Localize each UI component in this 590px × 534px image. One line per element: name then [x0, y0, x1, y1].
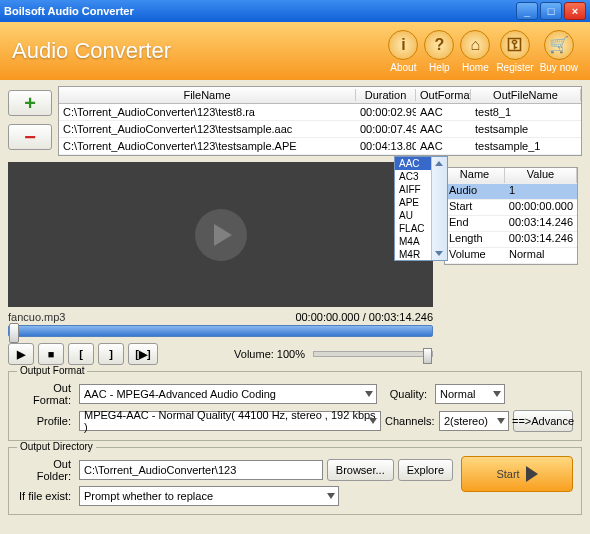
titlebar[interactable]: Boilsoft Audio Converter _ □ ×: [0, 0, 590, 22]
key-icon: ⚿: [500, 30, 530, 60]
add-file-button[interactable]: +: [8, 90, 52, 116]
seek-slider[interactable]: [8, 325, 433, 337]
properties-header: NameValue: [445, 168, 577, 184]
out-folder-input[interactable]: C:\Torrent_AudioConverter\123: [79, 460, 323, 480]
table-row[interactable]: C:\Torrent_AudioConverter\123\testsample…: [59, 121, 581, 138]
output-directory-group: Output Directory Out Folder: C:\Torrent_…: [8, 447, 582, 515]
close-button[interactable]: ×: [564, 2, 586, 20]
preview-area: [8, 162, 433, 307]
play-icon[interactable]: [195, 209, 247, 261]
help-button[interactable]: ?Help: [424, 30, 454, 73]
play-button[interactable]: ▶: [8, 343, 34, 365]
table-row[interactable]: C:\Torrent_AudioConverter\123\test8.ra00…: [59, 104, 581, 121]
properties-table[interactable]: NameValue Audio1 Start00:00:00.000 End00…: [444, 167, 578, 265]
explore-button[interactable]: Explore: [398, 459, 453, 481]
out-format-combo[interactable]: AAC - MPEG4-Advanced Audio Coding: [79, 384, 377, 404]
stop-button[interactable]: ■: [38, 343, 64, 365]
property-row[interactable]: Length00:03:14.246: [445, 232, 577, 248]
window-title: Boilsoft Audio Converter: [4, 5, 134, 17]
buynow-button[interactable]: 🛒Buy now: [540, 30, 578, 73]
start-button[interactable]: Start: [461, 456, 573, 492]
info-icon: i: [388, 30, 418, 60]
dropdown-scrollbar[interactable]: [431, 157, 447, 260]
table-header: FileName Duration OutFormat OutFileName: [59, 87, 581, 104]
property-row[interactable]: Audio1: [445, 184, 577, 200]
remove-file-button[interactable]: −: [8, 124, 52, 150]
table-row[interactable]: C:\video1\zj.files\mp3\fancuo.mp300:03:1…: [59, 155, 581, 156]
preview-time: 00:00:00.000 / 00:03:14.246: [295, 311, 433, 323]
app-title: Audio Converter: [12, 38, 382, 64]
mark-in-button[interactable]: [: [68, 343, 94, 365]
property-row[interactable]: Start00:00:00.000: [445, 200, 577, 216]
preview-filename: fancuo.mp3: [8, 311, 295, 323]
header: Audio Converter iAbout ?Help ⌂Home ⚿Regi…: [0, 22, 590, 80]
file-table[interactable]: FileName Duration OutFormat OutFileName …: [58, 86, 582, 156]
if-file-exist-combo[interactable]: Prompt whether to replace: [79, 486, 339, 506]
quality-combo[interactable]: Normal: [435, 384, 505, 404]
about-button[interactable]: iAbout: [388, 30, 418, 73]
minimize-button[interactable]: _: [516, 2, 538, 20]
output-format-group: Output Format Out Format: AAC - MPEG4-Ad…: [8, 371, 582, 441]
home-button[interactable]: ⌂Home: [460, 30, 490, 73]
table-row[interactable]: C:\Torrent_AudioConverter\123\testsample…: [59, 138, 581, 155]
property-row[interactable]: End00:03:14.246: [445, 216, 577, 232]
property-row[interactable]: VolumeNormal: [445, 248, 577, 264]
channels-combo[interactable]: 2(stereo): [439, 411, 509, 431]
mark-out-button[interactable]: ]: [98, 343, 124, 365]
advance-button[interactable]: ==>Advance: [513, 410, 573, 432]
cart-icon: 🛒: [544, 30, 574, 60]
register-button[interactable]: ⚿Register: [496, 30, 533, 73]
range-button[interactable]: [▶]: [128, 343, 158, 365]
volume-label: Volume: 100%: [234, 348, 305, 360]
volume-slider[interactable]: [313, 351, 433, 357]
help-icon: ?: [424, 30, 454, 60]
outformat-dropdown[interactable]: AAC AC3 AIFF APE AU FLAC M4A M4R MKA MP2: [394, 156, 448, 261]
profile-combo[interactable]: MPEG4-AAC - Normal Quality( 44100 Hz, st…: [79, 411, 381, 431]
maximize-button[interactable]: □: [540, 2, 562, 20]
home-icon: ⌂: [460, 30, 490, 60]
browser-button[interactable]: Browser...: [327, 459, 394, 481]
